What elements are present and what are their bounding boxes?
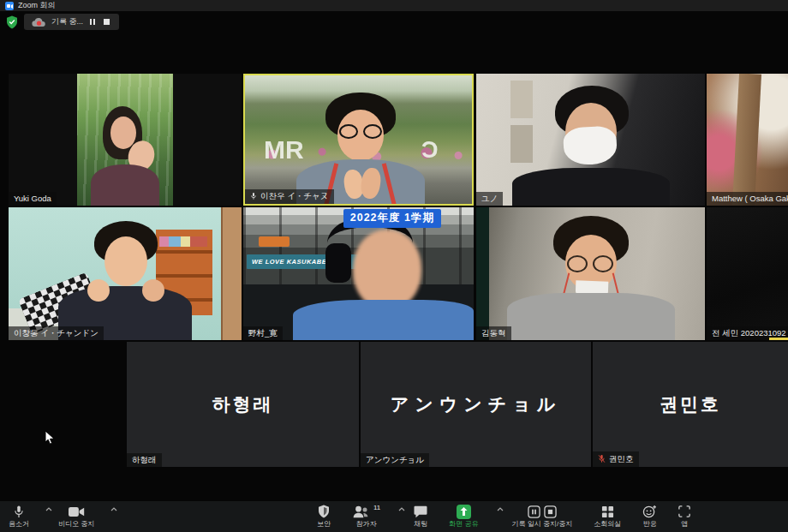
stop-video-button[interactable]: 비디오 중지 <box>55 501 108 532</box>
chat-icon <box>414 505 427 518</box>
mouse-cursor <box>45 430 56 445</box>
participants-button[interactable]: 11 참가자 <box>349 501 396 532</box>
zoom-app-icon <box>5 2 14 10</box>
participant-figure <box>91 164 159 206</box>
video-tile-lee-changdong[interactable]: 이창동 イ・チャンドン <box>9 207 242 340</box>
sign-text-right: Ɔ <box>421 137 439 164</box>
reactions-icon <box>642 505 657 518</box>
participant-name-label: アンウンチョル <box>361 453 429 468</box>
dark-edge <box>476 207 489 340</box>
mute-label: 음소거 <box>9 521 29 528</box>
breakout-rooms-button[interactable]: 소회의실 <box>590 501 624 532</box>
participant-name: 김동혁 <box>481 329 506 338</box>
participant-name: 전 세민 2020231092 <box>712 329 786 338</box>
participant-name: Yuki Goda <box>14 194 51 203</box>
participant-name-label: 이창동 イ・チャンドン <box>9 326 104 341</box>
participant-name-label: 이찬우 イ・チャヌ <box>245 189 334 204</box>
banner-text: WE LOVE KASUKABE!! <box>252 258 331 266</box>
video-tile-jeon-semin[interactable]: 전 세민 2020231092 <box>707 207 788 340</box>
big-name-wrap: 권민호 <box>593 342 788 467</box>
breakout-rooms-label: 소회의실 <box>594 521 621 528</box>
zoom-meeting-window: Zoom 회의 기록 중... Yuki Goda MR <box>0 0 788 532</box>
share-screen-button[interactable]: 화면 공유 <box>445 501 493 532</box>
participant-figure <box>512 168 670 206</box>
participant-name-label: 하형래 <box>127 453 162 468</box>
participant-big-name: 권민호 <box>660 392 721 416</box>
blur-column <box>732 74 761 206</box>
participant-name-label: Matthew ( Osaka Gakuin Un <box>707 192 788 206</box>
pause-icon[interactable] <box>528 505 540 518</box>
participant-big-name: アンウンチョル <box>391 392 561 416</box>
mute-button[interactable]: 음소거 <box>5 501 43 532</box>
big-name-wrap: 하형래 <box>127 342 359 467</box>
books <box>159 236 207 247</box>
participant-name-label: 권민호 <box>593 451 639 467</box>
video-tile-nomura[interactable]: WE LOVE KASUKABE!! 2022年度 1学期 野村_寛 <box>243 207 474 340</box>
participant-name-label: Yuki Goda <box>9 192 57 206</box>
participants-count: 11 <box>373 504 380 511</box>
recording-indicator: 기록 중... <box>6 14 119 30</box>
participants-label: 참가자 <box>356 521 377 528</box>
participants-icon <box>352 505 369 518</box>
recording-pill: 기록 중... <box>24 14 119 30</box>
security-button[interactable]: 보안 <box>313 501 334 532</box>
participant-figure <box>87 279 110 302</box>
sign-text-left: MR <box>264 135 304 164</box>
participant-name: ユノ <box>481 194 498 203</box>
participant-name: 이창동 イ・チャンドン <box>14 329 98 338</box>
participant-name: Matthew ( Osaka Gakuin Un <box>712 194 788 203</box>
participant-name: 권민호 <box>609 455 634 463</box>
meeting-toolbar: 음소거 비디오 중지 <box>0 501 788 532</box>
video-tile-ha-hyungrae[interactable]: 하형래 하형래 <box>127 342 359 467</box>
chevron-up-icon[interactable] <box>110 507 117 511</box>
chevron-up-icon[interactable] <box>497 507 504 511</box>
train <box>259 236 290 247</box>
video-tile-kim-donghyuk[interactable]: 김동혁 <box>476 207 705 340</box>
video-tile-kwon-minho[interactable]: 권민호 권민호 <box>593 342 788 467</box>
microphone-icon <box>250 192 257 200</box>
glasses <box>363 124 382 139</box>
microphone-icon <box>13 505 25 519</box>
apps-label: 앱 <box>681 521 688 528</box>
window-title: Zoom 회의 <box>18 0 56 11</box>
semester-badge-text: 2022年度 1学期 <box>350 212 434 224</box>
chevron-up-icon[interactable] <box>398 507 405 511</box>
participant-name: 하형래 <box>132 456 157 464</box>
stop-recording-button[interactable] <box>102 17 111 27</box>
stop-icon[interactable] <box>544 505 557 518</box>
headphone-earcup <box>325 243 351 283</box>
video-tile-active-speaker[interactable]: MR Ɔ 이찬우 イ・チャヌ <box>243 74 474 206</box>
chat-button[interactable]: 채팅 <box>410 501 431 532</box>
participant-name-label: 김동혁 <box>476 326 511 341</box>
share-screen-icon <box>457 505 471 519</box>
door <box>221 207 242 340</box>
participant-name-label: 野村_寛 <box>243 326 283 341</box>
participant-figure <box>142 279 164 302</box>
pause-recording-button[interactable] <box>88 17 97 27</box>
semester-badge: 2022年度 1学期 <box>343 209 441 228</box>
microphone-muted-icon <box>598 454 606 463</box>
participant-figure <box>507 293 675 340</box>
video-tile-yuki-goda[interactable]: Yuki Goda <box>9 74 242 206</box>
apps-button[interactable]: 앱 <box>675 501 694 532</box>
face-mask <box>563 125 618 165</box>
participant-name-label: ユノ <box>476 192 503 206</box>
reactions-button[interactable]: 반응 <box>639 501 660 532</box>
window-titlebar: Zoom 회의 <box>0 0 788 11</box>
video-tile-yuno[interactable]: ユノ <box>476 74 705 206</box>
round-glasses <box>567 255 588 272</box>
chevron-up-icon[interactable] <box>45 507 52 511</box>
apps-icon <box>678 505 690 517</box>
participant-name: アンウンチョル <box>366 456 424 464</box>
recording-controls-label: 기록 일시 중지/중지 <box>512 521 573 528</box>
video-tile-matthew[interactable]: Matthew ( Osaka Gakuin Un <box>707 74 788 206</box>
big-name-wrap: アンウンチョル <box>361 342 591 467</box>
recording-controls[interactable]: 기록 일시 중지/중지 <box>509 501 576 532</box>
glasses <box>339 124 358 139</box>
round-glasses <box>593 255 613 272</box>
participant-name: 野村_寛 <box>248 329 278 338</box>
video-tile-an-unchol[interactable]: アンウンチョル アンウンチョル <box>361 342 591 467</box>
participant-name: 이찬우 イ・チャヌ <box>260 192 329 200</box>
security-label: 보안 <box>317 521 331 528</box>
reactions-label: 반응 <box>643 521 657 528</box>
